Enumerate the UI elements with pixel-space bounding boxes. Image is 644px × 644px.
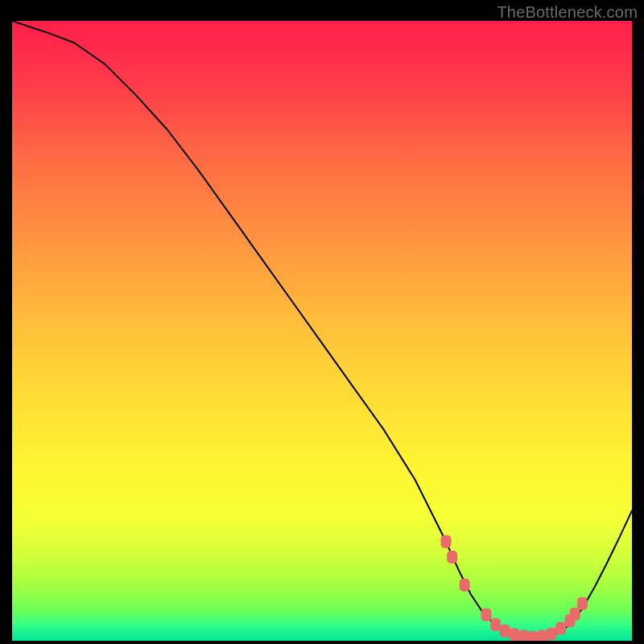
marker-point [537, 630, 547, 641]
marker-point [518, 630, 529, 641]
marker-point [481, 609, 492, 621]
marker-point [460, 579, 470, 592]
chart-frame: TheBottleneck.com [0, 0, 644, 644]
marker-point [441, 535, 452, 548]
watermark-text: TheBottleneck.com [497, 3, 638, 22]
marker-point [577, 597, 588, 610]
marker-point [509, 628, 519, 641]
gradient-background [12, 21, 632, 641]
bottleneck-chart [12, 21, 632, 641]
marker-point [490, 618, 501, 631]
marker-point [527, 631, 538, 641]
plot-area [12, 21, 632, 641]
marker-point [546, 628, 556, 641]
marker-point [570, 608, 580, 621]
marker-point [500, 625, 510, 638]
marker-point [555, 622, 566, 635]
marker-point [447, 551, 457, 564]
